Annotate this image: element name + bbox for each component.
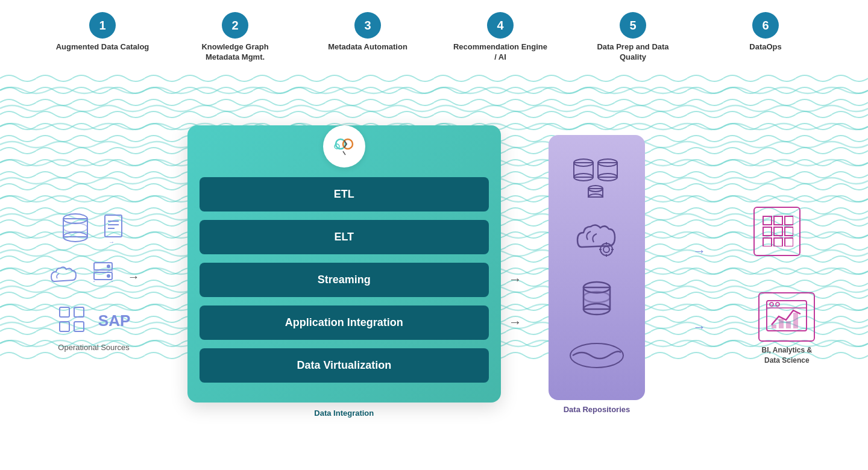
svg-rect-56 <box>772 325 776 328</box>
etl-button[interactable]: ETL <box>200 177 489 212</box>
step-circle-3: 3 <box>354 12 381 39</box>
sap-label: SAP <box>98 312 130 330</box>
sap-row: SAP <box>57 305 130 336</box>
integration-icon <box>323 125 365 168</box>
data-virtualization-button[interactable]: Data Virtualization <box>200 348 489 383</box>
step-circle-4: 4 <box>487 12 514 39</box>
source-icon-row-2: → <box>48 260 140 293</box>
step-circle-2: 2 <box>222 12 248 39</box>
analytics-chart-icon <box>758 292 815 342</box>
step-label-3: Metadata Automation <box>328 42 407 52</box>
svg-point-13 <box>107 274 110 278</box>
wave-repo-icon <box>567 340 627 373</box>
bi-section: BI, Analytics & Data Science <box>753 207 820 366</box>
arrow-to-bi-bottom: → <box>693 319 706 335</box>
step-circle-1: 1 <box>89 12 116 39</box>
step-item-3: 3 Metadata Automation <box>319 12 416 52</box>
svg-rect-2 <box>63 219 87 237</box>
svg-rect-43 <box>763 216 772 225</box>
step-item-5: 5 Data Prep and Data Quality <box>585 12 681 63</box>
svg-point-42 <box>570 343 623 368</box>
svg-rect-46 <box>763 227 772 236</box>
svg-text:→: → <box>108 239 115 245</box>
data-repositories-box <box>549 135 645 400</box>
source-icons: → <box>48 213 140 336</box>
step-label-4: Recommendation Engine / AI <box>452 42 549 63</box>
svg-rect-51 <box>785 238 793 246</box>
data-repositories-label: Data Repositories <box>564 405 631 414</box>
app-integration-button[interactable]: Application Integration <box>200 306 489 340</box>
cloud-source-icon <box>48 263 78 290</box>
svg-rect-47 <box>774 227 782 236</box>
cloud-repo-icon <box>573 217 621 262</box>
svg-rect-17 <box>74 307 84 317</box>
bi-grid-item <box>753 207 800 256</box>
svg-point-11 <box>107 265 110 268</box>
elt-button[interactable]: ELT <box>200 220 489 254</box>
svg-rect-45 <box>785 216 793 225</box>
operational-sources-section: → <box>48 213 140 353</box>
svg-rect-16 <box>60 307 69 317</box>
svg-rect-18 <box>60 322 69 331</box>
step-label-6: DataOps <box>749 42 781 52</box>
multi-database-icon <box>567 155 627 200</box>
step-item-4: 4 Recommendation Engine / AI <box>452 12 549 63</box>
main-content: → <box>0 72 868 470</box>
repo-arrows: → → <box>693 243 706 335</box>
app-integration-row: Application Integration → <box>200 306 489 340</box>
svg-rect-58 <box>786 321 791 328</box>
operational-sources-label: Operational Sources <box>58 342 130 353</box>
svg-point-55 <box>776 302 779 306</box>
step-item-6: 6 DataOps <box>717 12 814 52</box>
document-icon: → <box>102 214 128 248</box>
server-icon <box>90 260 116 293</box>
svg-point-4 <box>63 223 87 233</box>
svg-rect-30 <box>588 189 603 197</box>
step-item-1: 1 Augmented Data Catalog <box>54 12 151 52</box>
bi-grid-icon <box>753 207 800 256</box>
svg-rect-57 <box>779 319 784 328</box>
svg-rect-50 <box>774 238 782 246</box>
step-label-5: Data Prep and Data Quality <box>585 42 681 63</box>
svg-point-33 <box>603 246 609 252</box>
grid-app-icon <box>57 305 86 336</box>
arrow-to-bi-top: → <box>693 243 706 259</box>
svg-rect-48 <box>785 227 793 236</box>
streaming-button[interactable]: Streaming <box>200 263 489 297</box>
single-database-icon <box>576 279 618 324</box>
svg-point-54 <box>770 302 773 306</box>
data-integration-label: Data Integration <box>187 409 501 418</box>
svg-rect-5 <box>105 215 122 237</box>
database-icon-1 <box>60 213 90 248</box>
step-label-1: Augmented Data Catalog <box>56 42 149 52</box>
streaming-arrow: → <box>509 272 522 287</box>
data-repositories-section: Data Repositories <box>549 135 645 414</box>
data-integration-section: ETL ELT Streaming → Application Integrat… <box>187 125 501 418</box>
data-integration-box: ETL ELT Streaming → Application Integrat… <box>187 125 501 403</box>
step-circle-5: 5 <box>620 12 646 39</box>
bi-label: BI, Analytics & Data Science <box>753 345 820 366</box>
step-item-2: 2 Knowledge Graph Metadata Mgmt. <box>187 12 283 63</box>
arrow-to-integration: → <box>128 270 140 284</box>
svg-rect-59 <box>793 313 798 328</box>
svg-rect-44 <box>774 216 782 225</box>
streaming-row: Streaming → <box>200 263 489 297</box>
analytics-chart-item: BI, Analytics & Data Science <box>753 292 820 366</box>
step-circle-6: 6 <box>752 12 779 39</box>
svg-rect-19 <box>74 322 84 331</box>
source-icon-row-1: → <box>60 213 128 248</box>
integration-buttons: ETL ELT Streaming → Application Integrat… <box>200 177 489 383</box>
svg-rect-49 <box>763 238 772 246</box>
step-label-2: Knowledge Graph Metadata Mgmt. <box>187 42 283 63</box>
steps-row: 1 Augmented Data Catalog 2 Knowledge Gra… <box>0 12 868 63</box>
app-integration-arrow: → <box>509 315 522 330</box>
